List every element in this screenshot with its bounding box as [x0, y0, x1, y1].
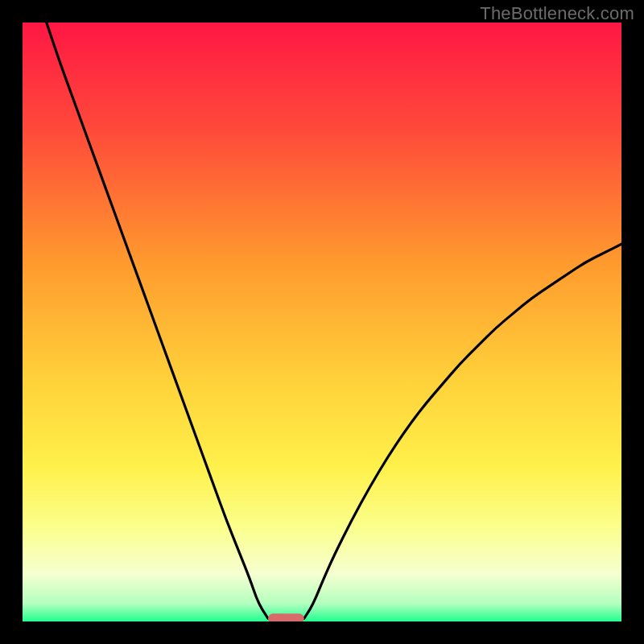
bottleneck-chart	[23, 23, 621, 621]
gradient-background	[23, 23, 621, 621]
optimum-marker	[268, 613, 304, 621]
plot-area	[23, 23, 621, 621]
chart-frame: TheBottleneck.com	[0, 0, 644, 644]
watermark-label: TheBottleneck.com	[480, 3, 634, 24]
